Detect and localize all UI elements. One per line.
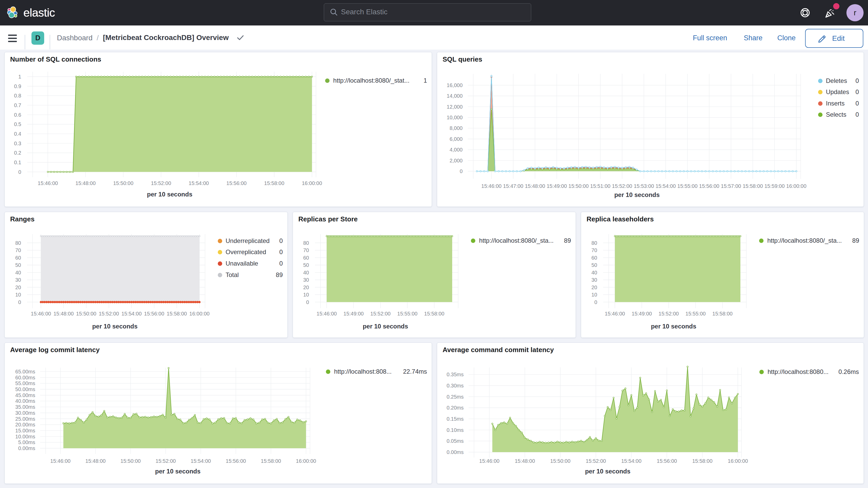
svg-text:15:46:00: 15:46:00	[605, 311, 625, 316]
svg-text:40: 40	[303, 270, 309, 275]
svg-text:30: 30	[16, 277, 21, 283]
svg-text:2,000: 2,000	[450, 158, 463, 163]
svg-text:15:46:00: 15:46:00	[316, 311, 337, 316]
svg-text:60: 60	[591, 255, 597, 261]
svg-text:15:51:00: 15:51:00	[590, 183, 611, 189]
svg-text:0.15ms: 0.15ms	[446, 416, 464, 422]
svg-text:70: 70	[16, 247, 21, 253]
svg-text:15:56:00: 15:56:00	[226, 180, 247, 186]
svg-text:80: 80	[303, 240, 309, 246]
svg-text:15:48:00: 15:48:00	[86, 458, 106, 464]
svg-text:16:00:00: 16:00:00	[296, 458, 316, 464]
svg-text:15:58:00: 15:58:00	[743, 183, 763, 189]
svg-text:20.00ms: 20.00ms	[16, 422, 35, 427]
svg-text:1: 1	[19, 74, 21, 80]
svg-text:0.35ms: 0.35ms	[446, 372, 464, 377]
svg-text:60: 60	[303, 255, 309, 261]
svg-text:15:55:00: 15:55:00	[677, 183, 698, 189]
svg-text:per 10 seconds: per 10 seconds	[614, 191, 660, 198]
svg-text:70: 70	[591, 247, 597, 253]
svg-text:30: 30	[303, 277, 309, 283]
svg-text:16:00:00: 16:00:00	[786, 183, 806, 189]
svg-text:15:46:00: 15:46:00	[51, 458, 71, 464]
svg-text:15:50:00: 15:50:00	[113, 180, 133, 186]
svg-text:55.00ms: 55.00ms	[16, 380, 35, 386]
svg-text:15:46:00: 15:46:00	[481, 183, 502, 189]
svg-text:15:58:00: 15:58:00	[166, 311, 187, 316]
svg-text:15:54:00: 15:54:00	[121, 311, 142, 316]
svg-text:80: 80	[16, 240, 21, 246]
svg-text:15:50:00: 15:50:00	[550, 458, 570, 464]
svg-text:0.10ms: 0.10ms	[446, 427, 464, 433]
svg-text:0.05ms: 0.05ms	[446, 438, 464, 444]
svg-text:15:54:00: 15:54:00	[621, 458, 641, 464]
svg-text:70: 70	[303, 247, 309, 253]
svg-text:10: 10	[591, 292, 597, 298]
svg-text:0.2: 0.2	[14, 150, 21, 156]
svg-text:15:50:00: 15:50:00	[568, 183, 589, 189]
svg-text:15:47:00: 15:47:00	[503, 183, 523, 189]
svg-text:0.30ms: 0.30ms	[446, 383, 464, 389]
svg-text:0: 0	[18, 299, 21, 305]
svg-text:0.1: 0.1	[14, 159, 21, 165]
svg-text:5.00ms: 5.00ms	[18, 439, 35, 445]
svg-text:15:58:00: 15:58:00	[692, 458, 713, 464]
svg-text:8,000: 8,000	[450, 125, 463, 131]
svg-text:35.00ms: 35.00ms	[16, 404, 35, 410]
svg-text:15:58:00: 15:58:00	[264, 180, 284, 186]
svg-text:15:48:00: 15:48:00	[515, 458, 535, 464]
svg-text:6,000: 6,000	[450, 136, 463, 142]
svg-text:15:57:00: 15:57:00	[721, 183, 741, 189]
svg-text:16:00:00: 16:00:00	[189, 311, 210, 316]
svg-text:0: 0	[460, 169, 463, 174]
svg-text:65.00ms: 65.00ms	[16, 369, 35, 374]
svg-text:15:54:00: 15:54:00	[191, 458, 211, 464]
svg-text:15:55:00: 15:55:00	[397, 311, 417, 316]
svg-text:40: 40	[16, 270, 21, 275]
svg-text:45.00ms: 45.00ms	[16, 392, 35, 398]
svg-text:15:54:00: 15:54:00	[189, 180, 209, 186]
svg-text:0.3: 0.3	[14, 141, 21, 146]
svg-text:per 10 seconds: per 10 seconds	[585, 468, 630, 475]
svg-text:0.4: 0.4	[14, 131, 21, 137]
svg-text:10: 10	[303, 292, 309, 298]
svg-text:15:56:00: 15:56:00	[226, 458, 246, 464]
svg-text:15:48:00: 15:48:00	[525, 183, 545, 189]
svg-text:15:58:00: 15:58:00	[712, 311, 733, 316]
svg-text:50.00ms: 50.00ms	[16, 387, 35, 392]
svg-text:20: 20	[16, 284, 21, 290]
svg-text:10: 10	[16, 292, 21, 298]
svg-text:15:50:00: 15:50:00	[76, 311, 96, 316]
svg-text:15:52:00: 15:52:00	[658, 311, 679, 316]
svg-text:15:56:00: 15:56:00	[699, 183, 719, 189]
svg-text:15:52:00: 15:52:00	[99, 311, 119, 316]
svg-text:15:49:00: 15:49:00	[632, 311, 652, 316]
svg-text:0.6: 0.6	[14, 112, 21, 118]
svg-text:30.00ms: 30.00ms	[16, 410, 35, 416]
svg-text:15:46:00: 15:46:00	[38, 180, 58, 186]
svg-text:15:48:00: 15:48:00	[75, 180, 96, 186]
svg-text:0.7: 0.7	[14, 102, 21, 108]
svg-text:per 10 seconds: per 10 seconds	[363, 323, 408, 330]
svg-text:50: 50	[16, 262, 21, 268]
svg-text:0.00ms: 0.00ms	[446, 449, 464, 455]
svg-text:40: 40	[591, 270, 597, 275]
svg-text:0.5: 0.5	[14, 121, 21, 127]
svg-text:16:00:00: 16:00:00	[302, 180, 322, 186]
svg-text:0.25ms: 0.25ms	[446, 394, 464, 400]
svg-text:0.20ms: 0.20ms	[446, 405, 464, 410]
svg-text:15:46:00: 15:46:00	[479, 458, 499, 464]
svg-text:per 10 seconds: per 10 seconds	[92, 323, 138, 330]
svg-text:0: 0	[594, 299, 597, 305]
svg-text:15:49:00: 15:49:00	[344, 311, 364, 316]
svg-text:per 10 seconds: per 10 seconds	[651, 323, 696, 330]
svg-text:10,000: 10,000	[447, 115, 463, 120]
svg-text:0: 0	[306, 299, 309, 305]
svg-text:15:50:00: 15:50:00	[121, 458, 141, 464]
svg-text:60.00ms: 60.00ms	[16, 375, 35, 380]
svg-text:20: 20	[303, 284, 309, 290]
svg-text:15.00ms: 15.00ms	[16, 428, 35, 433]
svg-text:per 10 seconds: per 10 seconds	[155, 468, 200, 475]
svg-text:15:54:00: 15:54:00	[655, 183, 676, 189]
svg-text:15:46:00: 15:46:00	[31, 311, 51, 316]
